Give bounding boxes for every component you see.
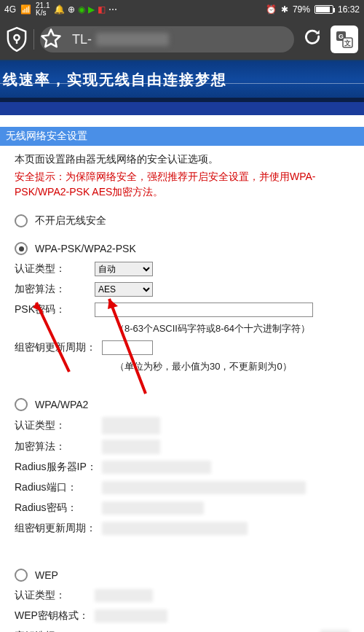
wep-auth-value[interactable] bbox=[95, 589, 153, 602]
radio-wpa-label: WPA/WPA2 bbox=[35, 399, 88, 410]
wpa-gtk-value[interactable] bbox=[102, 522, 248, 535]
banner-strip bbox=[0, 102, 364, 115]
url-obscured bbox=[96, 33, 169, 46]
wpa-enc-value[interactable] bbox=[102, 440, 160, 454]
wpa-radius-ip-label: Radius服务器IP： bbox=[15, 461, 102, 474]
radio-none-label: 不开启无线安全 bbox=[35, 214, 106, 227]
wpa-gtk-label: 组密钥更新周期： bbox=[15, 522, 102, 535]
wep-fmt-label: WEP密钥格式： bbox=[15, 609, 95, 623]
android-status-bar: 4G 📶 21.1 K/s 🔔 ⊕ ◉ ▶ ◧ ⋯ ⏰ ✱ 79% 16:32 bbox=[0, 0, 364, 19]
option-wep: WEP 认证类型： WEP密钥格式： 密钥选择 密钥 1： 密钥 2： 密钥 3… bbox=[15, 569, 349, 632]
url-text: TL- bbox=[72, 32, 92, 47]
radio-wpa[interactable] bbox=[15, 398, 28, 411]
battery-pct: 79% bbox=[293, 4, 310, 15]
psk-enc-label: 加密算法： bbox=[15, 283, 95, 296]
net-speed-unit: K/s bbox=[36, 9, 46, 17]
wpa-radius-port-value[interactable] bbox=[102, 481, 306, 494]
security-warning: 安全提示：为保障网络安全，强烈推荐开启安全设置，并使用WPA-PSK/WPA2-… bbox=[15, 169, 349, 200]
section-title: 无线网络安全设置 bbox=[0, 127, 364, 146]
network-type: 4G bbox=[4, 4, 16, 15]
option-none: 不开启无线安全 bbox=[15, 214, 349, 227]
app-icon: ◧ bbox=[98, 4, 106, 15]
wechat-icon: ◉ bbox=[78, 4, 85, 15]
wpa-enc-label: 加密算法： bbox=[15, 440, 102, 453]
svg-text:文: 文 bbox=[344, 39, 351, 47]
radio-wep[interactable] bbox=[15, 569, 28, 582]
status-left: 4G 📶 21.1 K/s 🔔 ⊕ ◉ ▶ ◧ ⋯ bbox=[4, 2, 117, 17]
wep-fmt-value[interactable] bbox=[95, 609, 167, 623]
psk-password-hint: （8-63个ASCII码字符或8-64个十六进制字符） bbox=[115, 322, 349, 335]
clock: 16:32 bbox=[338, 4, 360, 15]
wpa-radius-pwd-value[interactable] bbox=[102, 502, 204, 515]
net-speed: 21.1 K/s bbox=[36, 2, 50, 17]
reload-button[interactable] bbox=[300, 28, 325, 52]
psk-gtk-input[interactable] bbox=[102, 340, 153, 355]
notif-icons: 🔔 ⊕ ◉ ▶ ◧ ⋯ bbox=[54, 4, 117, 15]
shield-icon[interactable] bbox=[6, 27, 28, 52]
intro-text: 本页面设置路由器无线网络的安全认证选项。 bbox=[15, 153, 349, 166]
psk-password-input[interactable] bbox=[95, 303, 313, 317]
page-content: 本页面设置路由器无线网络的安全认证选项。 安全提示：为保障网络安全，强烈推荐开启… bbox=[0, 146, 364, 632]
bookmark-button[interactable] bbox=[40, 28, 62, 52]
bell-icon: 🔔 bbox=[54, 4, 65, 15]
option-wpa: WPA/WPA2 认证类型： 加密算法： Radius服务器IP： Radius… bbox=[15, 398, 349, 537]
svg-point-0 bbox=[14, 35, 19, 40]
wpa-radius-port-label: Radius端口： bbox=[15, 481, 102, 494]
psk-auth-select[interactable]: 自动 bbox=[95, 262, 153, 276]
psk-gtk-hint: （单位为秒，最小值为30，不更新则为0） bbox=[115, 360, 349, 373]
alarm-icon: ⏰ bbox=[266, 4, 277, 15]
radio-wep-label: WEP bbox=[35, 569, 58, 581]
translate-button[interactable]: G文 bbox=[331, 26, 358, 53]
wifi-icon: 📶 bbox=[20, 4, 31, 15]
page-banner: 线速率，实现无线自由连接梦想 bbox=[0, 60, 364, 102]
more-icon: ⋯ bbox=[108, 4, 117, 15]
banner-text: 线速率，实现无线自由连接梦想 bbox=[3, 70, 227, 90]
option-wpa-psk: WPA-PSK/WPA2-PSK 认证类型： 自动 加密算法： AES PSK密… bbox=[15, 242, 349, 373]
psk-auth-label: 认证类型： bbox=[15, 262, 95, 276]
battery-icon bbox=[314, 5, 333, 14]
wpa-auth-label: 认证类型： bbox=[15, 419, 102, 432]
wpa-radius-ip-value[interactable] bbox=[102, 461, 211, 474]
toolbar-divider bbox=[33, 29, 34, 50]
url-bar[interactable]: TL- bbox=[40, 26, 294, 52]
wep-auth-label: 认证类型： bbox=[15, 589, 95, 602]
wpa-auth-value[interactable] bbox=[102, 417, 160, 434]
browser-toolbar: TL- G文 bbox=[0, 19, 364, 60]
bluetooth-icon: ✱ bbox=[281, 4, 288, 15]
status-right: ⏰ ✱ 79% 16:32 bbox=[266, 4, 360, 15]
psk-password-label: PSK密码： bbox=[15, 303, 95, 316]
wpa-radius-pwd-label: Radius密码： bbox=[15, 502, 102, 515]
radio-wpa-psk-label: WPA-PSK/WPA2-PSK bbox=[35, 243, 136, 254]
psk-gtk-label: 组密钥更新周期： bbox=[15, 341, 102, 354]
chat-icon: ⊕ bbox=[68, 4, 75, 15]
psk-enc-select[interactable]: AES bbox=[95, 282, 153, 297]
radio-none[interactable] bbox=[15, 214, 28, 227]
radio-wpa-psk[interactable] bbox=[15, 242, 28, 255]
video-icon: ▶ bbox=[88, 4, 95, 15]
